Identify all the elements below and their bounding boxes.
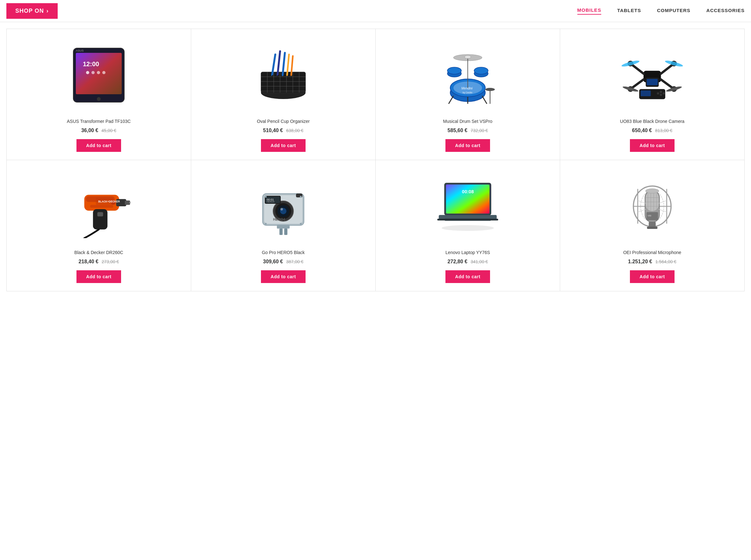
product-image-5: BLACK+DECKER	[13, 170, 185, 243]
price-current-8: 1.251,20 €	[628, 259, 652, 264]
svg-text:BLACK+DECKER: BLACK+DECKER	[98, 200, 120, 203]
add-to-cart-button-3[interactable]: Add to cart	[445, 139, 490, 152]
product-prices-2: 510,40 € 638,00 €	[263, 128, 304, 134]
svg-text:by Cecilio: by Cecilio	[463, 92, 472, 94]
product-image-3: Mendini by Cecilio	[382, 39, 554, 112]
add-to-cart-button-4[interactable]: Add to cart	[630, 139, 674, 152]
svg-rect-125	[647, 227, 658, 229]
shop-on-button[interactable]: SHOP ON ›	[6, 3, 58, 19]
product-image-6: 00:01 HERO4 HERO4	[197, 170, 369, 243]
svg-line-23	[277, 51, 280, 75]
svg-point-7	[97, 71, 100, 74]
svg-rect-90	[277, 225, 290, 228]
price-original-8: 1.564,00 €	[655, 259, 676, 264]
svg-point-95	[300, 196, 302, 198]
product-image-2	[197, 39, 369, 112]
product-prices-7: 272,80 € 341,00 €	[448, 259, 488, 264]
nav-item-computers[interactable]: COMPUTERS	[657, 8, 691, 14]
svg-line-123	[659, 209, 667, 212]
price-original-3: 732,00 €	[470, 128, 488, 133]
price-original-2: 638,00 €	[286, 128, 304, 133]
product-name-6: Go Pro HERO5 Black	[262, 250, 305, 255]
price-original-4: 813,00 €	[655, 128, 673, 133]
product-image-4	[566, 39, 738, 112]
product-card-6: 00:01 HERO4 HERO4 Go Pro HERO5 Black 309…	[191, 160, 376, 291]
svg-line-42	[482, 96, 487, 104]
price-current-6: 309,60 €	[263, 259, 283, 264]
add-to-cart-button-7[interactable]: Add to cart	[445, 270, 490, 283]
price-original-1: 45,00 €	[101, 128, 116, 133]
product-image-8: V89	[566, 170, 738, 243]
product-name-3: Musical Drum Set VSPro	[443, 119, 493, 124]
product-prices-8: 1.251,20 € 1.564,00 €	[628, 259, 676, 264]
price-current-5: 218,40 €	[79, 259, 98, 264]
nav-item-accessories[interactable]: ACCESSORIES	[706, 8, 745, 14]
svg-point-94	[265, 196, 267, 198]
price-original-5: 273,00 €	[102, 259, 119, 264]
svg-line-41	[449, 96, 454, 104]
svg-point-37	[474, 67, 488, 74]
price-original-7: 341,00 €	[470, 259, 488, 264]
svg-rect-124	[649, 222, 656, 227]
header: SHOP ON › MOBILES TABLETS COMPUTERS ACCE…	[0, 0, 751, 22]
product-card-7: 00:08 Lenovo Laptop YY76S 272,80 € 341,0…	[376, 160, 560, 291]
price-current-2: 510,40 €	[263, 128, 283, 134]
price-current-4: 650,40 €	[632, 128, 652, 134]
svg-point-128	[646, 189, 659, 194]
svg-point-105	[442, 225, 494, 231]
svg-rect-91	[280, 228, 283, 235]
svg-line-120	[638, 201, 646, 203]
price-current-7: 272,80 €	[448, 259, 467, 264]
product-card-2: Oval Pencil Cup Organizer 510,40 € 638,0…	[191, 29, 376, 160]
svg-point-39	[465, 55, 471, 59]
svg-text:HERO4: HERO4	[273, 217, 286, 221]
product-grid: 12:00 ASUS ASUS Transformer Pad TF103C 3…	[6, 29, 745, 291]
chevron-right-icon: ›	[46, 8, 49, 14]
svg-text:12:00: 12:00	[83, 60, 99, 67]
svg-line-121	[638, 209, 646, 212]
product-name-2: Oval Pencil Cup Organizer	[257, 119, 310, 124]
product-prices-4: 650,40 € 813,00 €	[632, 128, 673, 134]
product-prices-3: 585,60 € 732,00 €	[448, 128, 488, 134]
product-card-1: 12:00 ASUS ASUS Transformer Pad TF103C 3…	[7, 29, 191, 160]
svg-point-3	[97, 97, 101, 101]
svg-point-63	[660, 91, 662, 93]
svg-rect-104	[438, 219, 498, 220]
svg-rect-60	[647, 79, 658, 85]
svg-point-5	[86, 71, 89, 74]
svg-text:Mendini: Mendini	[461, 86, 473, 90]
product-name-8: OEI Professional Microphone	[623, 250, 681, 255]
svg-point-8	[102, 71, 105, 74]
product-name-4: UO83 Blue Black Drone Camera	[620, 119, 685, 124]
nav-item-mobiles[interactable]: MOBILES	[577, 7, 601, 15]
svg-rect-70	[125, 201, 130, 205]
svg-rect-112	[646, 191, 659, 212]
svg-rect-62	[641, 91, 651, 96]
price-original-6: 387,00 €	[286, 259, 304, 264]
price-current-3: 585,60 €	[448, 128, 467, 134]
product-card-8: V89 OEI Professional Microphone 1.251,20…	[560, 160, 744, 291]
shop-on-label: SHOP ON	[15, 8, 44, 14]
svg-text:00:08: 00:08	[462, 189, 474, 194]
product-name-7: Lenovo Laptop YY76S	[445, 250, 490, 255]
product-name-5: Black & Decker DR260C	[74, 250, 123, 255]
add-to-cart-button-1[interactable]: Add to cart	[76, 139, 121, 152]
main-nav: MOBILES TABLETS COMPUTERS ACCESSORIES	[577, 7, 745, 15]
product-card-4: UO83 Blue Black Drone Camera 650,40 € 81…	[560, 29, 744, 160]
product-card-5: BLACK+DECKER Black & Decker DR260C 218,4…	[7, 160, 191, 291]
product-image-7: 00:08	[382, 170, 554, 243]
product-image-1: 12:00 ASUS	[13, 39, 185, 112]
add-to-cart-button-2[interactable]: Add to cart	[261, 139, 305, 152]
add-to-cart-button-8[interactable]: Add to cart	[630, 270, 674, 283]
svg-text:HERO4: HERO4	[267, 201, 274, 203]
add-to-cart-button-6[interactable]: Add to cart	[261, 270, 305, 283]
add-to-cart-button-5[interactable]: Add to cart	[76, 270, 121, 283]
svg-point-6	[92, 71, 95, 74]
svg-point-97	[300, 223, 302, 225]
product-name-1: ASUS Transformer Pad TF103C	[67, 119, 131, 124]
nav-item-tablets[interactable]: TABLETS	[617, 8, 641, 14]
product-prices-5: 218,40 € 273,00 €	[79, 259, 119, 264]
svg-point-64	[663, 92, 665, 95]
product-prices-1: 36,00 € 45,00 €	[81, 128, 116, 134]
svg-point-96	[265, 223, 267, 225]
